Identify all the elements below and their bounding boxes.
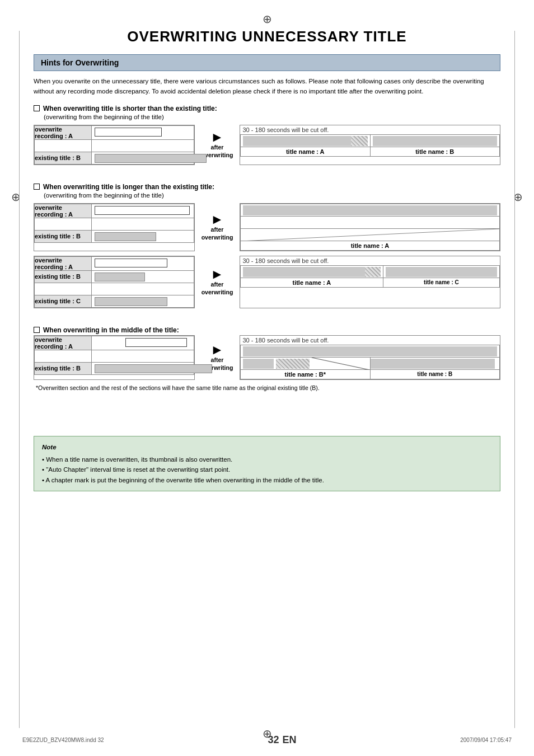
page: ⊕ ⊕ ⊕ ⊕ OVERWRITING UNNECESSARY TITLE Hi… [0, 0, 534, 756]
bar-cell-empty [241, 216, 500, 228]
bar-filled [95, 154, 207, 163]
right-note: 30 - 180 seconds will be cut off. [241, 125, 500, 135]
bar-solid-3top [243, 346, 497, 356]
label-existing-b2: existing title : B [35, 230, 92, 242]
checkbox-icon-2 [34, 184, 40, 190]
checkbox-icon [34, 105, 40, 111]
page-number-block: 32 EN [268, 734, 296, 746]
diagram-1: overwriterecording : A existing title : … [34, 125, 500, 165]
bar-cell-top [241, 204, 500, 216]
label-existing-b3: existing title : B [35, 270, 92, 283]
bar-cell-b2 [92, 230, 194, 242]
diagram-3-right: 30 - 180 seconds will be cut off. [240, 335, 500, 380]
right-note-3: 30 - 180 seconds will be cut off. [241, 336, 500, 345]
table-row [241, 134, 500, 147]
table-row [241, 265, 500, 278]
bar-outline-3 [95, 259, 167, 267]
label-overwrite-a: overwriterecording : A [35, 125, 92, 139]
page-number: 32 [268, 734, 279, 746]
bar-outline [95, 128, 162, 137]
label-overwrite-a3: overwriterecording : A [35, 256, 92, 270]
table-row: existing title : B [35, 230, 194, 242]
table-row: title name : A title name : B [241, 147, 500, 156]
label-empty3 [35, 283, 92, 295]
bar-solid2-2b [386, 267, 497, 277]
table-row: title name : A title name : C [241, 278, 500, 287]
note-item-2: "Auto Chapter" interval time is reset at… [42, 464, 492, 475]
table-row: title name : B* title name : B [241, 369, 500, 379]
bar-cell-c [92, 295, 194, 307]
table-row: title name : A [241, 241, 500, 250]
diagonal-svg [241, 229, 499, 241]
label-empty4 [35, 350, 92, 362]
arrow-col-3: ► afteroverwriting [200, 335, 234, 380]
bar-filled-b2 [95, 232, 156, 241]
bar-cell [92, 152, 194, 164]
bar-cell-right2 [370, 134, 500, 147]
hints-header: Hints for Overwriting [34, 54, 500, 71]
bar-solid-top [243, 205, 497, 215]
spacer [34, 391, 500, 425]
table-row: overwriterecording : A [35, 204, 194, 218]
page-footer: E9E2ZUD_BZV420MW8.indd 32 32 EN 2007/09/… [22, 734, 512, 746]
label-overwrite-a2: overwriterecording : A [35, 204, 92, 218]
right-note-2b: 30 - 180 seconds will be cut off. [241, 256, 500, 266]
label-existing-b4: existing title : B [35, 362, 92, 374]
note-item-3: A chapter mark is put the beginning of t… [42, 475, 492, 485]
svg-line-0 [241, 229, 499, 241]
diagram-2b-right: 30 - 180 seconds will be cut off. title … [240, 256, 500, 308]
page-lang: EN [282, 734, 296, 746]
note-section: Note When a title name is overwritten, i… [34, 436, 500, 492]
table-row: overwriterecording : A [35, 256, 194, 270]
bar-stripe-2b [365, 267, 381, 277]
bar-cell-empty4 [92, 350, 194, 362]
diagonal-line-3 [241, 358, 370, 370]
section2-heading-text: When overwriting title is longer than th… [43, 183, 214, 191]
title-label-c: title name : C [383, 278, 499, 287]
table-row: 30 - 180 seconds will be cut off. [241, 336, 500, 345]
bar-outline-4 [125, 338, 187, 347]
table-row: existing title : B [35, 362, 194, 374]
bar-cell-b4 [92, 362, 194, 374]
diagram-2b: overwriterecording : A existing title : … [34, 256, 500, 308]
arrow-label-2b: afteroverwriting [202, 281, 233, 296]
title-label-a3: title name : A [241, 278, 383, 287]
bar-cell-b3 [92, 270, 194, 283]
label-existing-b: existing title : B [35, 152, 92, 164]
table-row: overwriterecording : A [35, 336, 194, 350]
arrow-icon-3: ► [210, 343, 224, 356]
diagram-2-left: overwriterecording : A existing title : … [34, 203, 195, 251]
table-row [241, 204, 500, 216]
note-title: Note [42, 442, 492, 452]
diagram-1-right: 30 - 180 seconds will be cut off. title … [240, 125, 500, 165]
bar-cell [92, 204, 194, 218]
note-item-1: When a title name is overwritten, its th… [42, 454, 492, 464]
table-row: overwriterecording : A [35, 125, 194, 139]
bar-cell-empty [92, 139, 194, 152]
footer-datetime: 2007/09/04 17:05:47 [460, 737, 512, 743]
label-empty [35, 139, 92, 152]
diagonal-cell [241, 228, 500, 241]
table-row [241, 216, 500, 228]
section2-heading: When overwriting title is longer than th… [34, 183, 500, 191]
table-row [241, 228, 500, 241]
section1-subheading: (overwriting from the beginning of the t… [44, 114, 500, 120]
title-label-a2: title name : A [241, 241, 500, 250]
title-label-b: title name : B [370, 147, 500, 156]
diagram-2-right: title name : A [240, 203, 500, 251]
label-existing-c: existing title : C [35, 295, 92, 307]
bar-cell-empty3 [92, 283, 194, 295]
crosshair-top: ⊕ [263, 12, 272, 26]
table-row: existing title : B [35, 270, 194, 283]
footnote: *Overwritten section and the rest of the… [36, 384, 500, 391]
table-row [35, 139, 194, 152]
bar-solid2 [373, 136, 498, 146]
table-row [241, 357, 500, 369]
section2-subheading: (overwriting from the beginning of the t… [44, 192, 500, 199]
arrow-col-2: ► afteroverwriting [200, 203, 234, 251]
bar-outline-2 [95, 206, 190, 215]
bar-filled-b4 [95, 364, 212, 373]
section3-heading-text: When overwriting in the middle of the ti… [43, 326, 179, 334]
table-row [35, 283, 194, 295]
left-border [19, 31, 20, 728]
